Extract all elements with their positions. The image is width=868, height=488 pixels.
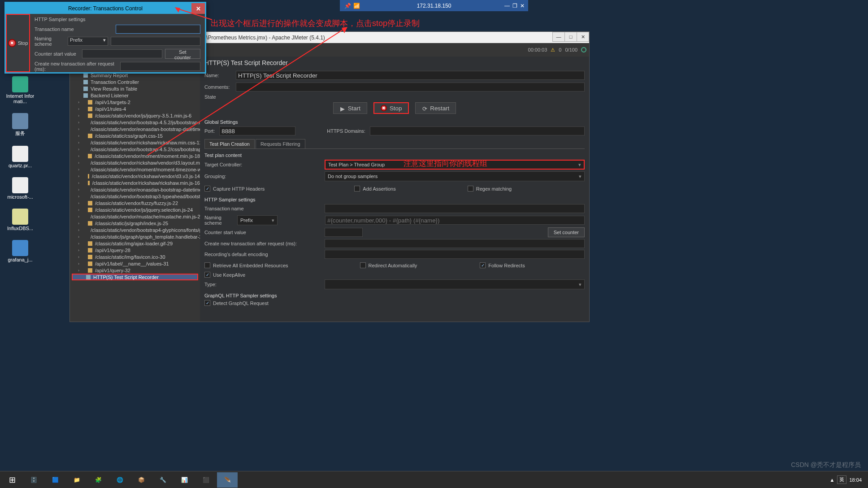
desktop-icon-ie[interactable]: Internet Informati... xyxy=(4,76,36,104)
target-controller-label: Target Controller: xyxy=(204,162,321,167)
naming-scheme-label: Naming scheme xyxy=(35,36,65,47)
desktop-icon-quartz[interactable]: quartz.pr... xyxy=(4,146,36,168)
counter-start-label-2: Counter start value xyxy=(204,230,321,235)
desktop-icon-grafana[interactable]: grafana_j... xyxy=(4,240,36,262)
taskbar-app-3[interactable]: 🔧 xyxy=(152,472,173,488)
create-new-input-2[interactable] xyxy=(325,239,585,248)
type-select[interactable] xyxy=(325,279,585,289)
tree-item[interactable]: HTTP(S) Test Script Recorder xyxy=(72,274,198,280)
tree-item[interactable]: ›/classic/static/vendor/bootstrap4-glyph… xyxy=(70,227,200,233)
transaction-name-label-2: Transaction name xyxy=(204,206,321,211)
tree-item[interactable]: ›/classic/static/vendor/js/jquery.select… xyxy=(70,206,200,213)
pin-icon[interactable]: 📌 xyxy=(344,3,351,9)
desktop-icon-services[interactable]: 服务 xyxy=(4,113,36,137)
restart-icon: ⟳ xyxy=(422,105,427,111)
tree-item[interactable]: ›/classic/static/vendor/fuzzy/fuzzy.js-2… xyxy=(70,200,200,206)
server-ip: 172.31.18.150 xyxy=(417,3,451,9)
type-label: Type: xyxy=(204,282,321,287)
create-new-label-2: Create new transaction after request (ms… xyxy=(204,241,321,246)
transaction-name-label: Transaction name xyxy=(35,26,113,32)
server-bar-left-icons: 📌 📶 xyxy=(344,3,360,9)
tree-item[interactable]: ›/classic/static/vendor/bootstrap3-typea… xyxy=(70,193,200,200)
https-domains-input[interactable] xyxy=(370,126,585,135)
tree-item[interactable]: ›/classic/static/vendor/rickshaw/vendor/… xyxy=(70,159,200,166)
svg-line-2 xyxy=(148,30,343,155)
tree-item[interactable]: ›/classic/static/js/graph/index.js-25 xyxy=(70,220,200,227)
tree-item[interactable]: ›/classic/static/vendor/rickshaw/vendor/… xyxy=(70,173,200,179)
taskbar-app-2[interactable]: 📦 xyxy=(131,472,152,488)
taskbar-chrome[interactable]: 🌐 xyxy=(109,472,130,488)
stop-icon xyxy=(381,105,387,111)
tree-item[interactable]: ›/classic/static/vendor/moment/moment-ti… xyxy=(70,166,200,173)
transaction-name-input-2[interactable] xyxy=(325,204,585,213)
stop-button[interactable]: Stop xyxy=(373,102,409,114)
taskbar-jmeter[interactable]: 🪶 xyxy=(217,472,238,488)
naming-scheme-preview-2 xyxy=(325,216,585,225)
counter-start-input-2[interactable] xyxy=(325,228,363,237)
close-icon[interactable]: ✕ xyxy=(520,3,525,9)
taskbar-tray-icon[interactable]: ▲ xyxy=(830,477,835,483)
naming-scheme-label-2: Naming scheme xyxy=(204,215,234,226)
taskbar-time[interactable]: 18:04 xyxy=(849,477,862,483)
grouping-label: Grouping: xyxy=(204,174,321,179)
svg-line-0 xyxy=(178,9,212,20)
start-button[interactable]: ⊞ xyxy=(2,472,22,488)
restore-icon[interactable]: ❐ xyxy=(512,3,517,9)
redirect-auto-checkbox[interactable] xyxy=(360,262,366,268)
taskbar-server-manager[interactable]: 🗄️ xyxy=(23,472,44,488)
annotation-arrow-2 xyxy=(143,24,350,159)
recorder-title-text: Recorder: Transactions Control xyxy=(68,5,143,12)
signal-icon: 📶 xyxy=(353,3,360,9)
jmeter-close-button[interactable]: ✕ xyxy=(577,32,589,42)
detect-graphql-checkbox[interactable] xyxy=(204,300,210,306)
follow-redirects-checkbox[interactable] xyxy=(480,262,486,268)
desktop-icons: Internet Informati... 服务 quartz.pr... mi… xyxy=(4,76,36,262)
desktop-icon-influxdb[interactable]: InfluxDBS... xyxy=(4,209,36,231)
regex-matching-checkbox[interactable] xyxy=(468,186,473,192)
tree-item[interactable]: ›/classic/static/img/favicon.ico-30 xyxy=(70,253,200,260)
recorder-stop-panel: Stop xyxy=(6,14,30,72)
taskbar-app-1[interactable]: 🧩 xyxy=(88,472,108,488)
taskbar-powershell[interactable]: 🟦 xyxy=(45,472,65,488)
http-sampler-settings-label: HTTP Sampler settings xyxy=(204,197,585,202)
tree-item[interactable]: ›/api/v1/query-32 xyxy=(70,267,200,274)
create-new-transaction-label: Create new transaction after request (ms… xyxy=(35,61,117,72)
tree-item[interactable]: ›/classic/static/vendor/rickshaw/ricksha… xyxy=(70,179,200,186)
taskbar-cmd[interactable]: ⬛ xyxy=(195,472,216,488)
svg-marker-1 xyxy=(175,7,180,13)
naming-scheme-select-2[interactable]: Prefix xyxy=(237,215,278,225)
restart-button[interactable]: ⟳Restart xyxy=(415,102,456,114)
tree-item[interactable]: ›/classic/static/js/graph/graph_template… xyxy=(70,233,200,240)
recorder-stop-label[interactable]: Stop xyxy=(18,40,28,46)
set-counter-button-2[interactable]: Set counter xyxy=(548,227,585,237)
taskbar-explorer[interactable]: 📁 xyxy=(66,472,87,488)
counter-start-label: Counter start value xyxy=(35,51,79,57)
status-indicator-icon xyxy=(581,47,586,52)
watermark: CSDN @秃不才是程序员 xyxy=(791,461,861,469)
recording-encoding-input[interactable] xyxy=(325,250,585,259)
jmeter-maximize-button[interactable]: □ xyxy=(564,32,577,42)
capture-headers-checkbox[interactable] xyxy=(204,186,210,192)
taskbar-app-4[interactable]: 📊 xyxy=(174,472,195,488)
naming-scheme-select[interactable]: Prefix xyxy=(68,37,108,46)
use-keepalive-checkbox[interactable] xyxy=(204,272,210,278)
tree-item[interactable]: ›/api/v1/label/__name__/values-31 xyxy=(70,260,200,267)
minimize-icon[interactable]: — xyxy=(504,3,510,9)
desktop-icon-microsoft[interactable]: microsoft-... xyxy=(4,177,36,200)
tree-item[interactable]: ›/classic/static/vendor/eonasdan-bootstr… xyxy=(70,186,200,193)
warning-icon[interactable]: ⚠ xyxy=(551,47,555,53)
grouping-select[interactable]: Do not group samplers xyxy=(325,171,585,181)
taskbar-ime[interactable]: 英 xyxy=(837,475,846,484)
jmeter-minimize-button[interactable]: — xyxy=(552,32,565,42)
tree-item[interactable]: ›/classic/static/vendor/mustache/mustach… xyxy=(70,213,200,220)
stop-icon[interactable] xyxy=(8,39,16,47)
retrieve-embedded-checkbox[interactable] xyxy=(204,262,210,268)
taskbar: ⊞ 🗄️ 🟦 📁 🧩 🌐 📦 🔧 📊 ⬛ 🪶 ▲ 英 18:04 xyxy=(0,471,868,488)
add-assertions-checkbox[interactable] xyxy=(354,186,360,192)
tree-item[interactable]: ›/api/v1/query-28 xyxy=(70,247,200,253)
recording-encoding-label: Recording's default encoding xyxy=(204,252,321,257)
graphql-settings-label: GraphQL HTTP Sampler settings xyxy=(204,293,585,298)
annotation-arrow-1 xyxy=(174,6,214,22)
warning-count: 0 xyxy=(559,47,561,52)
tree-item[interactable]: ›/classic/static/img/ajax-loader.gif-29 xyxy=(70,240,200,247)
